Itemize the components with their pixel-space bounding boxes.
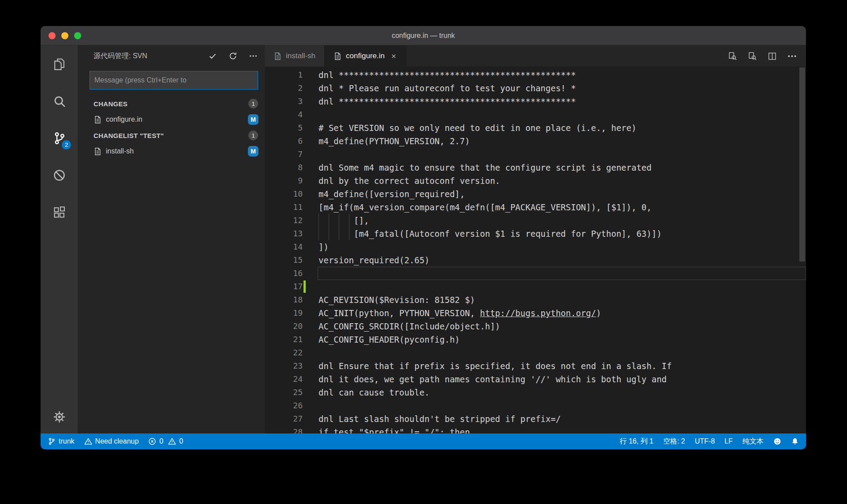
indentation-indicator[interactable]: 空格: 2: [663, 437, 685, 446]
code-line[interactable]: 27dnl Last slash shouldn't be stripped i…: [265, 412, 806, 426]
code-text: AC_CONFIG_SRCDIR([Include/object.h]): [319, 320, 500, 333]
code-line[interactable]: 14]): [265, 240, 806, 254]
code-line[interactable]: 26: [265, 399, 806, 412]
scrollbar-thumb[interactable]: [799, 67, 805, 261]
modified-status-badge: M: [248, 114, 259, 125]
editor-more-actions-icon[interactable]: [787, 51, 797, 61]
section-changelist-test[interactable]: CHANGELIST "TEST" 1: [78, 127, 265, 143]
code-line[interactable]: 13 [m4_fatal([Autoconf version $1 is req…: [265, 227, 806, 240]
eol-indicator[interactable]: LF: [724, 437, 733, 445]
code-line[interactable]: 19AC_INIT(python, PYTHON_VERSION, http:/…: [265, 306, 806, 320]
code-line[interactable]: 6m4_define(PYTHON_VERSION, 2.7): [265, 134, 806, 148]
error-count: 0: [159, 437, 163, 445]
scm-file-configure-in[interactable]: configure.in M: [78, 112, 265, 127]
code-line[interactable]: 28if test "$prefix" != "/"; then: [265, 426, 806, 433]
code-line[interactable]: 15version_required(2.65): [265, 254, 806, 267]
scm-file-install-sh[interactable]: install-sh M: [78, 143, 265, 159]
code-line[interactable]: 11[m4_if(m4_version_compare(m4_defn([m4_…: [265, 201, 806, 214]
source-control-icon[interactable]: 2: [41, 119, 78, 157]
code-line[interactable]: 22: [265, 346, 806, 359]
code-line[interactable]: 9dnl by the correct autoconf version.: [265, 174, 806, 187]
line-number: 16: [265, 267, 303, 280]
line-number: 10: [265, 187, 303, 201]
line-number: 4: [265, 108, 303, 121]
code-text: dnl ************************************…: [319, 68, 576, 82]
line-number: 27: [265, 412, 303, 426]
file-name: install-sh: [106, 147, 244, 155]
minimize-window-button[interactable]: [61, 32, 68, 39]
section-changes[interactable]: CHANGES 1: [78, 96, 265, 112]
tab-label: install-sh: [286, 52, 315, 60]
code-line[interactable]: 8dnl Some m4 magic to ensure that the co…: [265, 161, 806, 174]
code-text: AC_REVISION($Revision: 81582 $): [319, 293, 475, 306]
code-line[interactable]: 2dnl * Please run autoreconf to test you…: [265, 82, 806, 95]
search-icon[interactable]: [41, 82, 78, 119]
explorer-icon[interactable]: [41, 45, 78, 82]
editor-lines: 1dnl ***********************************…: [265, 67, 806, 433]
warning-icon: [84, 437, 92, 445]
line-number: 7: [265, 148, 303, 161]
code-line[interactable]: 16: [265, 267, 806, 280]
code-line[interactable]: 25dnl can cause trouble.: [265, 386, 806, 399]
extensions-icon[interactable]: [41, 194, 78, 231]
code-line[interactable]: 24dnl it does, we get path names contain…: [265, 373, 806, 386]
problems-indicator[interactable]: 0 0: [148, 437, 183, 445]
code-line[interactable]: 4: [265, 108, 806, 121]
zoom-window-button[interactable]: [74, 32, 81, 39]
file-icon: [94, 147, 102, 156]
refresh-icon[interactable]: [229, 52, 237, 60]
code-line[interactable]: 23dnl Ensure that if prefix is specified…: [265, 359, 806, 373]
branch-indicator[interactable]: trunk: [48, 437, 75, 445]
open-file-icon[interactable]: [747, 51, 757, 61]
file-name: configure.in: [106, 116, 244, 123]
code-line[interactable]: 5# Set VERSION so we only need to edit i…: [265, 121, 806, 134]
code-line[interactable]: 7: [265, 148, 806, 161]
language-mode[interactable]: 纯文本: [742, 437, 764, 446]
code-line[interactable]: 18AC_REVISION($Revision: 81582 $): [265, 293, 806, 306]
close-window-button[interactable]: [49, 32, 56, 39]
more-actions-icon[interactable]: [249, 52, 258, 60]
code-line[interactable]: 1dnl ***********************************…: [265, 68, 806, 82]
modified-line-marker: [304, 280, 306, 293]
file-icon: [94, 116, 102, 124]
code-line[interactable]: 21AC_CONFIG_HEADER(pyconfig.h): [265, 333, 806, 346]
code-text: m4_define([version_required],: [319, 187, 465, 201]
close-tab-icon[interactable]: [390, 53, 397, 60]
encoding-indicator[interactable]: UTF-8: [695, 437, 715, 445]
code-line[interactable]: 17: [265, 280, 806, 293]
commit-message-input[interactable]: [90, 71, 258, 90]
line-number: 14: [265, 240, 303, 254]
debug-icon[interactable]: [41, 157, 78, 194]
scm-status-warning[interactable]: Need cleanup: [84, 437, 139, 445]
code-text: dnl by the correct autoconf version.: [319, 174, 500, 187]
line-number: 15: [265, 254, 303, 267]
code-line[interactable]: 20AC_CONFIG_SRCDIR([Include/object.h]): [265, 320, 806, 333]
section-label: CHANGELIST "TEST": [94, 132, 248, 139]
line-number: 11: [265, 201, 303, 214]
code-text: dnl Ensure that if prefix is specified, …: [319, 359, 672, 373]
source-control-badge: 2: [62, 140, 71, 149]
tab-label: configure.in: [346, 52, 385, 60]
tab-bar: install-sh configure.in: [265, 45, 806, 67]
settings-gear-icon[interactable]: [41, 400, 78, 433]
commit-check-icon[interactable]: [208, 52, 217, 60]
url-link[interactable]: http://bugs.python.org/: [480, 308, 596, 318]
editor-actions: [727, 45, 806, 67]
code-line[interactable]: 3dnl ***********************************…: [265, 95, 806, 108]
sidebar-actions: [208, 52, 258, 60]
split-editor-icon[interactable]: [767, 51, 777, 61]
open-changes-icon[interactable]: [727, 51, 738, 61]
code-line[interactable]: 10m4_define([version_required],: [265, 187, 806, 201]
line-number: 20: [265, 320, 303, 333]
code-text: dnl can cause trouble.: [319, 386, 430, 399]
workbench: 2: [41, 45, 806, 433]
tab-configure-in[interactable]: configure.in: [325, 45, 406, 67]
feedback-smiley-icon[interactable]: [773, 437, 781, 445]
code-line[interactable]: 12 [],: [265, 214, 806, 227]
notifications-bell-icon[interactable]: [791, 437, 799, 445]
line-number: 5: [265, 121, 303, 134]
cursor-position[interactable]: 行 16, 列 1: [620, 437, 653, 446]
tab-install-sh[interactable]: install-sh: [265, 45, 325, 67]
editor[interactable]: 1dnl ***********************************…: [265, 67, 806, 433]
line-number: 18: [265, 293, 303, 306]
